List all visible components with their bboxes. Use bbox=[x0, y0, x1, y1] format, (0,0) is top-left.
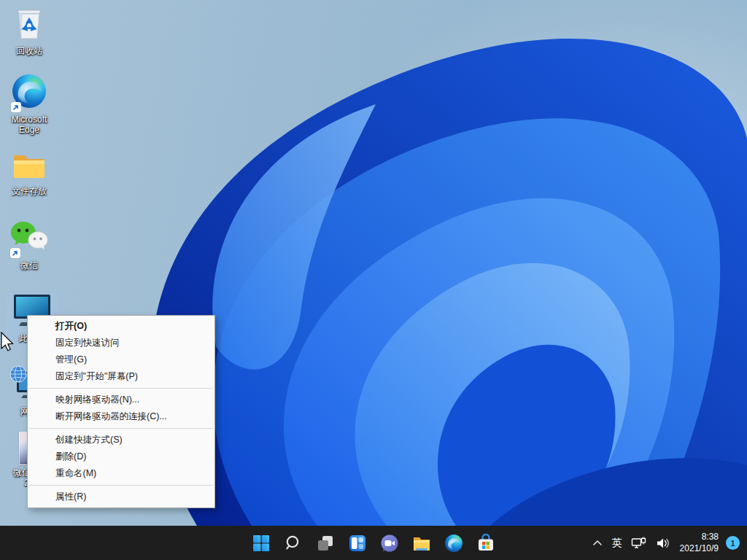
desktop-icon-microsoft-edge[interactable]: Microsoft Edge bbox=[1, 73, 57, 136]
ime-indicator[interactable]: 英 bbox=[608, 529, 626, 558]
context-menu: 打开(O) 固定到快速访问 管理(G) 固定到"开始"屏幕(P) 映射网络驱动器… bbox=[27, 315, 215, 508]
desktop-icon-label: Microsoft Edge bbox=[1, 114, 57, 136]
task-view-button[interactable] bbox=[311, 529, 340, 558]
menu-item-rename[interactable]: 重命名(M) bbox=[28, 465, 214, 482]
store-icon bbox=[476, 534, 495, 553]
widgets-icon bbox=[349, 534, 366, 552]
chat-button[interactable] bbox=[375, 529, 404, 558]
desktop-icon-label: 微信 bbox=[20, 260, 38, 271]
menu-item-pin-to-start[interactable]: 固定到"开始"屏幕(P) bbox=[28, 368, 214, 385]
taskbar-center-icons bbox=[247, 529, 500, 558]
desktop-icon-wechat[interactable]: 微信 bbox=[1, 220, 57, 271]
menu-separator bbox=[29, 485, 213, 486]
clock-date: 2021/10/9 bbox=[680, 543, 719, 555]
ime-language-label: 英 bbox=[612, 537, 622, 550]
desktop-icon-label: 回收站 bbox=[16, 46, 42, 56]
start-button[interactable] bbox=[247, 529, 276, 558]
edge-taskbar-icon bbox=[444, 534, 463, 553]
shortcut-arrow-icon bbox=[10, 248, 20, 258]
file-explorer-icon bbox=[412, 534, 431, 553]
notification-count-badge[interactable]: 1 bbox=[726, 536, 740, 550]
volume-tray-button[interactable] bbox=[652, 529, 674, 558]
store-button[interactable] bbox=[471, 529, 500, 558]
desktop-icon-file-folder[interactable]: 文件存放 bbox=[1, 149, 57, 196]
menu-item-map-network-drive[interactable]: 映射网络驱动器(N)... bbox=[28, 392, 214, 408]
mouse-cursor bbox=[0, 332, 15, 354]
search-button[interactable] bbox=[279, 529, 308, 558]
network-tray-button[interactable] bbox=[627, 529, 651, 558]
menu-item-properties[interactable]: 属性(R) bbox=[28, 489, 214, 505]
windows-start-icon bbox=[252, 534, 270, 552]
system-tray: 英 8:38 2021/10/9 bbox=[588, 526, 744, 560]
menu-item-open[interactable]: 打开(O) bbox=[28, 318, 214, 335]
speaker-icon bbox=[656, 537, 670, 550]
ethernet-network-icon bbox=[631, 537, 647, 550]
search-icon bbox=[285, 534, 302, 552]
menu-item-create-shortcut[interactable]: 创建快捷方式(S) bbox=[28, 432, 214, 448]
recycle-bin-icon bbox=[12, 4, 46, 41]
clock[interactable]: 8:38 2021/10/9 bbox=[676, 529, 723, 558]
clock-time: 8:38 bbox=[680, 532, 719, 543]
desktop-icon-label: 文件存放 bbox=[12, 186, 47, 196]
shortcut-arrow-icon bbox=[11, 102, 21, 112]
menu-separator bbox=[29, 388, 213, 389]
file-explorer-button[interactable] bbox=[407, 529, 436, 558]
task-view-icon bbox=[317, 534, 334, 552]
menu-item-disconnect-network-drive[interactable]: 断开网络驱动器的连接(C)... bbox=[28, 408, 214, 425]
desktop-icon-recycle-bin[interactable]: 回收站 bbox=[1, 4, 57, 56]
tray-overflow-button[interactable] bbox=[588, 529, 607, 558]
menu-item-pin-quick-access[interactable]: 固定到快速访问 bbox=[28, 335, 214, 351]
chevron-up-icon bbox=[592, 537, 603, 549]
menu-item-manage[interactable]: 管理(G) bbox=[28, 351, 214, 368]
widgets-button[interactable] bbox=[343, 529, 372, 558]
edge-button[interactable] bbox=[439, 529, 468, 558]
folder-icon bbox=[12, 149, 47, 181]
taskbar: 英 8:38 2021/10/9 bbox=[0, 526, 747, 560]
chat-icon bbox=[380, 534, 399, 553]
menu-item-delete[interactable]: 删除(D) bbox=[28, 448, 214, 465]
menu-separator bbox=[29, 428, 213, 429]
